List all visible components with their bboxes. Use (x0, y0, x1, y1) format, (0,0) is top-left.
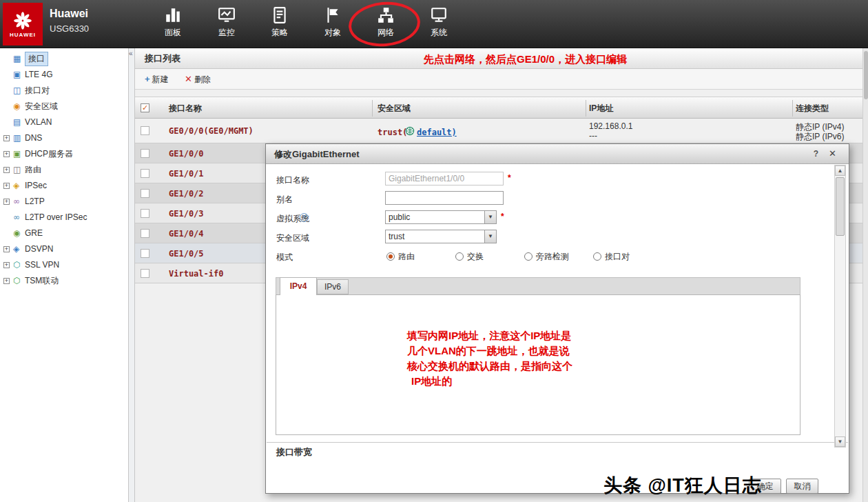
radio-icon[interactable] (593, 252, 601, 261)
row-checkbox[interactable] (141, 169, 149, 178)
dialog-help-icon[interactable]: ? (814, 149, 818, 159)
sidebar-item-lte4g[interactable]: ▣ LTE 4G (0, 67, 128, 83)
tutorial-annotation: 先点击网络，然后点GE1/0/0，进入接口编辑 (424, 53, 627, 66)
sidebar-item-dns[interactable]: + ▥ DNS (0, 130, 128, 146)
zone-select[interactable]: trust ▼ (385, 230, 497, 243)
huawei-logo: HUAWEI (3, 3, 43, 46)
sidebar-item-interface[interactable]: ▦ 接口 (0, 51, 128, 67)
plus-icon: + (145, 74, 150, 84)
column-header-ip-address[interactable]: IP地址 (589, 97, 613, 119)
interface-name-input[interactable] (385, 172, 504, 185)
column-header-connection-type[interactable]: 连接类型 (796, 97, 829, 119)
scroll-up-icon[interactable]: ▲ (835, 165, 845, 176)
row-checkbox[interactable] (141, 229, 149, 238)
nav-system[interactable]: 系统 (417, 6, 461, 39)
sidebar-item-l2tp[interactable]: + ∞ L2TP (0, 194, 128, 210)
mode-option-interface-pair[interactable]: 接口对 (593, 251, 630, 262)
radio-icon[interactable] (524, 252, 533, 261)
object-icon (324, 6, 342, 24)
new-button[interactable]: +新建 (145, 69, 169, 90)
sidebar-item-gre[interactable]: ◉ GRE (0, 225, 128, 241)
sidebar-item-dsvpn[interactable]: + ◈ DSVPN (0, 241, 128, 257)
interface-name-link[interactable]: GE1/0/3 (169, 209, 204, 219)
sidebar-item-label: DNS (25, 130, 42, 146)
expand-icon[interactable]: + (3, 151, 10, 157)
row-checkbox[interactable] (141, 189, 149, 198)
expand-icon[interactable]: + (3, 167, 10, 173)
dialog-scrollbar[interactable]: ▲ ▼ (834, 165, 846, 448)
column-header-interface-name[interactable]: 接口名称 (169, 97, 202, 119)
expand-icon[interactable]: + (3, 278, 10, 284)
interface-name-link[interactable]: GE1/0/4 (169, 229, 204, 239)
tab-ipv4[interactable]: IPv4 (280, 277, 317, 295)
sidebar-item-interface-pair[interactable]: ◫ 接口对 (0, 83, 128, 99)
expand-icon[interactable]: + (3, 183, 10, 189)
row-checkbox[interactable] (141, 269, 149, 278)
nav-dashboard[interactable]: 面板 (151, 6, 195, 39)
close-icon[interactable]: ✕ (829, 148, 836, 159)
nav-label: 监控 (205, 27, 249, 39)
expand-icon[interactable]: + (3, 135, 10, 141)
cancel-button[interactable]: 取消 (786, 479, 818, 494)
dialog-title-bar[interactable]: 修改GigabitEthernet ? ✕ (266, 144, 849, 164)
sidebar-splitter[interactable]: « (128, 48, 135, 502)
page-scrollbar-thumb[interactable] (864, 51, 868, 99)
sidebar-item-security-zone[interactable]: ◉ 安全区域 (0, 99, 128, 114)
expand-icon[interactable]: + (3, 262, 10, 268)
sidebar-item-label: VXLAN (25, 114, 52, 130)
delete-button[interactable]: ✕删除 (185, 69, 211, 90)
row-checkbox[interactable] (141, 249, 149, 258)
sidebar-item-vxlan[interactable]: ▤ VXLAN (0, 114, 128, 130)
sidebar-item-tsm[interactable]: + ⬡ TSM联动 (0, 273, 128, 289)
nav-label: 系统 (417, 27, 461, 39)
column-header-security-zone[interactable]: 安全区域 (378, 97, 411, 119)
dialog-scrollbar-thumb[interactable] (836, 177, 845, 236)
scroll-down-icon[interactable]: ▼ (835, 436, 845, 447)
interface-name-link[interactable]: Virtual-if0 (169, 269, 223, 279)
dashboard-icon (164, 6, 182, 24)
interface-name-link[interactable]: GE1/0/5 (169, 249, 204, 259)
system-icon (430, 6, 448, 24)
product-model: USG6330 (50, 23, 89, 34)
nav-label: 策略 (258, 27, 302, 39)
interface-name-link[interactable]: GE1/0/2 (169, 189, 204, 199)
vsys-select[interactable]: public ▼ (385, 210, 497, 224)
collapse-sidebar-icon[interactable]: « (129, 50, 133, 57)
chevron-down-icon[interactable]: ▼ (484, 230, 496, 243)
radio-selected-icon[interactable] (386, 252, 395, 261)
sidebar-item-ssl-vpn[interactable]: + ⬡ SSL VPN (0, 257, 128, 273)
zone-default-link[interactable]: default) (417, 128, 457, 137)
nav-policy[interactable]: 策略 (258, 6, 302, 39)
page-scrollbar[interactable] (862, 48, 868, 502)
chevron-down-icon[interactable]: ▼ (484, 211, 496, 223)
expand-icon[interactable]: + (3, 199, 10, 205)
nav-network[interactable]: 网络 (364, 6, 408, 39)
row-checkbox[interactable] (141, 149, 149, 158)
vsys-help-icon[interactable]: ? (300, 213, 309, 222)
sidebar-item-dhcp-server[interactable]: + ▣ DHCP服务器 (0, 146, 128, 162)
row-checkbox[interactable] (141, 209, 149, 218)
sidebar-item-route[interactable]: + ◫ 路由 (0, 162, 128, 178)
mode-option-switch[interactable]: 交换 (455, 251, 484, 262)
mode-option-bypass[interactable]: 旁路检测 (524, 251, 569, 262)
interface-name-link[interactable]: GE1/0/0 (169, 149, 204, 159)
row-checkbox[interactable] (141, 126, 149, 135)
select-all-checkbox[interactable]: ✓ (141, 103, 149, 112)
interface-name-link[interactable]: GE0/0/0(GE0/MGMT) (169, 126, 254, 136)
table-row[interactable]: GE0/0/0(GE0/MGMT) trust( default) 192.16… (135, 119, 862, 143)
sidebar-item-ipsec[interactable]: + ◈ IPSec (0, 178, 128, 194)
nav-monitor[interactable]: 监控 (205, 6, 249, 39)
alias-input[interactable] (385, 191, 504, 205)
tab-ipv6[interactable]: IPv6 (317, 279, 349, 294)
ssl-vpn-icon: ⬡ (13, 257, 20, 273)
expand-icon[interactable]: + (3, 246, 10, 252)
nav-object[interactable]: 对象 (311, 6, 355, 39)
mode-option-route[interactable]: 路由 (386, 251, 415, 262)
ip-address-line2: --- (589, 131, 597, 141)
sidebar-item-label: TSM联动 (25, 273, 59, 289)
sidebar-item-label: L2TP (25, 194, 45, 210)
sidebar-item-l2tp-over-ipsec[interactable]: ∞ L2TP over IPSec (0, 210, 128, 225)
interface-name-link[interactable]: GE1/0/1 (169, 169, 204, 179)
radio-icon[interactable] (455, 252, 464, 261)
zone-value: trust( (378, 128, 407, 137)
